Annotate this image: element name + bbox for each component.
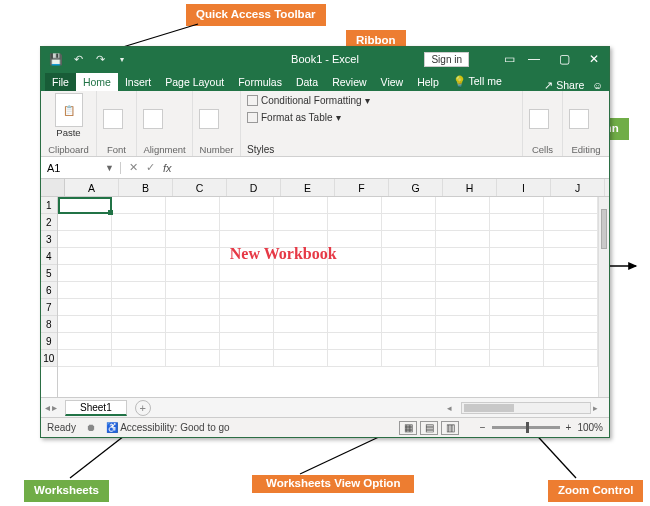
group-editing: Editing	[569, 144, 603, 155]
alignment-button[interactable]	[143, 109, 163, 129]
col-I[interactable]: I	[497, 179, 551, 196]
row-1[interactable]: 1	[41, 197, 57, 214]
zoom-out-icon[interactable]: −	[480, 422, 486, 433]
redo-icon[interactable]: ↷	[93, 52, 107, 66]
tellme[interactable]: 💡 Tell me	[446, 72, 509, 91]
hscroll-left-icon[interactable]: ◂	[447, 403, 459, 413]
col-B[interactable]: B	[119, 179, 173, 196]
ribbon-tabs: File Home Insert Page Layout Formulas Da…	[41, 71, 609, 91]
row-4[interactable]: 4	[41, 248, 57, 265]
row-7[interactable]: 7	[41, 299, 57, 316]
hscroll-thumb[interactable]	[464, 404, 514, 412]
col-D[interactable]: D	[227, 179, 281, 196]
status-ready: Ready	[47, 422, 76, 433]
sheet-tab-1[interactable]: Sheet1	[65, 400, 127, 416]
row-3[interactable]: 3	[41, 231, 57, 248]
cond-fmt-icon	[247, 95, 258, 106]
row-5[interactable]: 5	[41, 265, 57, 282]
feedback-icon[interactable]: ☺	[592, 79, 603, 91]
paste-label: Paste	[56, 127, 80, 138]
qat-dropdown-icon[interactable]: ▾	[115, 52, 129, 66]
share-button[interactable]: ↗ Share	[544, 79, 584, 91]
group-cells: Cells	[529, 144, 556, 155]
fx-icon[interactable]: fx	[163, 162, 172, 174]
vertical-scrollbar[interactable]	[598, 197, 609, 397]
cells-button[interactable]	[529, 109, 549, 129]
add-sheet-button[interactable]: +	[135, 400, 151, 416]
window-title: Book1 - Excel	[291, 53, 359, 65]
view-page-break-icon[interactable]: ▥	[441, 421, 459, 435]
undo-icon[interactable]: ↶	[71, 52, 85, 66]
format-as-table[interactable]: Format as Table ▾	[247, 111, 516, 124]
group-styles: Styles	[247, 144, 516, 155]
row-headers: 1 2 3 4 5 6 7 8 9 10	[41, 197, 58, 397]
quick-access-toolbar: 💾 ↶ ↷ ▾	[41, 52, 137, 66]
status-accessibility: ♿ Accessibility: Good to go	[106, 422, 230, 433]
tab-view[interactable]: View	[374, 73, 411, 91]
label-worksheets: Worksheets	[24, 480, 109, 502]
paste-button[interactable]: 📋	[55, 93, 83, 127]
signin-button[interactable]: Sign in	[424, 52, 469, 67]
tab-data[interactable]: Data	[289, 73, 325, 91]
name-box-value: A1	[47, 162, 60, 174]
minimize-button[interactable]: —	[519, 47, 549, 71]
label-viewopt: Worksheets View Option	[252, 475, 414, 493]
col-G[interactable]: G	[389, 179, 443, 196]
name-box-dropdown-icon[interactable]: ▼	[105, 163, 114, 173]
hscroll-right-icon[interactable]: ▸	[593, 403, 605, 413]
row-6[interactable]: 6	[41, 282, 57, 299]
sheet-nav-prev-icon[interactable]: ◂	[45, 402, 50, 413]
col-C[interactable]: C	[173, 179, 227, 196]
vscroll-thumb[interactable]	[601, 209, 607, 249]
tab-insert[interactable]: Insert	[118, 73, 158, 91]
tab-formulas[interactable]: Formulas	[231, 73, 289, 91]
tab-home[interactable]: Home	[76, 73, 118, 91]
col-A[interactable]: A	[65, 179, 119, 196]
group-clipboard: Clipboard	[47, 144, 90, 155]
select-all-corner[interactable]	[41, 179, 65, 196]
save-icon[interactable]: 💾	[49, 52, 63, 66]
col-H[interactable]: H	[443, 179, 497, 196]
tab-file[interactable]: File	[45, 73, 76, 91]
name-box[interactable]: A1 ▼	[41, 162, 121, 174]
col-J[interactable]: J	[551, 179, 605, 196]
row-2[interactable]: 2	[41, 214, 57, 231]
status-bar: Ready ⏺ ♿ Accessibility: Good to go ▦ ▤ …	[41, 417, 609, 437]
excel-window: 💾 ↶ ↷ ▾ Book1 - Excel Sign in ▭ — ▢ ✕ Fi…	[40, 46, 610, 438]
conditional-formatting[interactable]: Conditional Formatting ▾	[247, 94, 516, 107]
horizontal-scrollbar[interactable]: ◂ ▸	[447, 402, 605, 414]
col-E[interactable]: E	[281, 179, 335, 196]
zoom-in-icon[interactable]: +	[566, 422, 572, 433]
view-normal-icon[interactable]: ▦	[399, 421, 417, 435]
zoom-control: − + 100%	[480, 422, 603, 433]
tab-help[interactable]: Help	[410, 73, 446, 91]
enter-formula-icon[interactable]: ✓	[146, 161, 155, 174]
close-button[interactable]: ✕	[579, 47, 609, 71]
number-button[interactable]	[199, 109, 219, 129]
group-number: Number	[199, 144, 234, 155]
font-button[interactable]	[103, 109, 123, 129]
sheet-tab-bar: ◂ ▸ Sheet1 + ◂ ▸	[41, 397, 609, 417]
ribbon: 📋 Paste Clipboard Font Alignment Number …	[41, 91, 609, 157]
view-page-layout-icon[interactable]: ▤	[420, 421, 438, 435]
row-8[interactable]: 8	[41, 316, 57, 333]
tab-review[interactable]: Review	[325, 73, 373, 91]
col-F[interactable]: F	[335, 179, 389, 196]
zoom-slider[interactable]	[492, 426, 560, 429]
row-9[interactable]: 9	[41, 333, 57, 350]
group-font: Font	[103, 144, 130, 155]
macro-record-icon[interactable]: ⏺	[86, 422, 96, 433]
zoom-level[interactable]: 100%	[577, 422, 603, 433]
title-bar: 💾 ↶ ↷ ▾ Book1 - Excel Sign in ▭ — ▢ ✕	[41, 47, 609, 71]
tab-page-layout[interactable]: Page Layout	[158, 73, 231, 91]
label-qat: Quick Access Toolbar	[186, 4, 326, 26]
sheet-nav-next-icon[interactable]: ▸	[52, 402, 57, 413]
formula-bar: A1 ▼ ✕ ✓ fx	[41, 157, 609, 179]
editing-button[interactable]	[569, 109, 589, 129]
cell-grid[interactable]: New Workbook	[58, 197, 598, 397]
row-10[interactable]: 10	[41, 350, 57, 367]
table-icon	[247, 112, 258, 123]
ribbon-options-icon[interactable]: ▭	[504, 52, 515, 66]
cancel-formula-icon[interactable]: ✕	[129, 161, 138, 174]
maximize-button[interactable]: ▢	[549, 47, 579, 71]
